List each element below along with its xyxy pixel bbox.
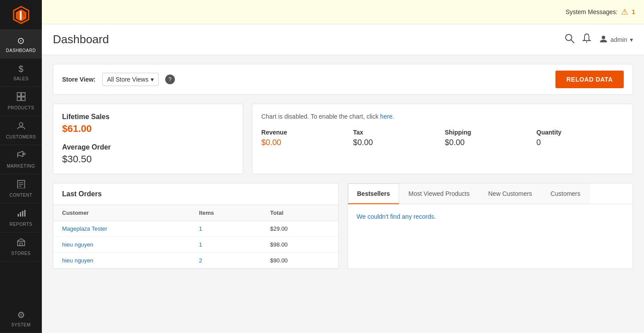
orders-col-items: Items: [190, 205, 261, 221]
average-order-label: Average Order: [62, 143, 234, 151]
reload-data-button[interactable]: Reload Data: [555, 71, 624, 88]
search-icon[interactable]: [565, 34, 574, 45]
metric-quantity-value: 0: [537, 138, 624, 147]
sidebar-item-customers[interactable]: CUSTOMERS: [0, 116, 42, 145]
content-area: Store View: All Store Views ▾ ? Reload D…: [42, 55, 644, 333]
sidebar-item-marketing[interactable]: MARKETING: [0, 145, 42, 174]
sidebar-item-products[interactable]: PRODUCTS: [0, 87, 42, 116]
svg-rect-18: [22, 211, 23, 217]
metric-revenue: Revenue $0.00: [261, 129, 348, 147]
items-link[interactable]: 1: [199, 225, 202, 232]
user-chevron-icon: ▾: [630, 36, 633, 43]
orders-table: Customer Items Total Mageplaza Tester 1 …: [53, 205, 338, 269]
marketing-icon: [17, 150, 26, 161]
chart-disabled-suffix: .: [392, 113, 394, 120]
metric-tax-label: Tax: [353, 129, 440, 136]
chart-disabled-message: Chart is disabled. To enable the chart, …: [261, 113, 624, 120]
tab-bestsellers[interactable]: Bestsellers: [348, 183, 400, 204]
svg-point-8: [19, 123, 23, 126]
sidebar-item-dashboard[interactable]: ⊙ DASHBOARD: [0, 30, 42, 59]
help-icon[interactable]: ?: [165, 75, 175, 84]
svg-rect-7: [22, 97, 25, 101]
metric-tax-value: $0.00: [353, 138, 440, 147]
order-total: $98.00: [261, 237, 338, 253]
metric-quantity: Quantity 0: [537, 129, 624, 147]
sidebar-item-system-label: SYSTEM: [11, 322, 30, 327]
sidebar-item-sales[interactable]: $ SALES: [0, 59, 42, 87]
svg-rect-17: [20, 212, 21, 217]
svg-rect-20: [18, 241, 25, 246]
tab-new-customers[interactable]: New Customers: [479, 183, 541, 204]
message-count[interactable]: 1: [632, 8, 635, 15]
orders-col-customer: Customer: [53, 205, 190, 221]
order-total: $29.00: [261, 221, 338, 237]
tab-customers[interactable]: Customers: [541, 183, 590, 204]
customers-icon: [17, 121, 26, 132]
order-items: 1: [190, 221, 261, 237]
svg-rect-6: [17, 97, 21, 101]
items-link[interactable]: 1: [199, 241, 202, 248]
main-content: System Messages: ⚠ 1 Dashboard admin ▾: [42, 0, 644, 333]
metric-tax: Tax $0.00: [353, 129, 440, 147]
customer-link[interactable]: hieu nguyen: [62, 241, 93, 248]
svg-rect-2: [20, 11, 22, 20]
items-link[interactable]: 2: [199, 257, 202, 264]
metric-shipping-value: $0.00: [445, 138, 532, 147]
content-icon: [17, 180, 26, 191]
system-messages-label: System Messages:: [566, 8, 618, 15]
sidebar-item-system[interactable]: ⚙ SYSTEM: [0, 304, 42, 333]
lifetime-sales-value: $61.00: [62, 123, 234, 135]
metric-quantity-label: Quantity: [537, 129, 624, 136]
order-customer: Mageplaza Tester: [53, 221, 190, 237]
customer-link[interactable]: hieu nguyen: [62, 257, 93, 264]
last-orders-section: Last Orders Customer Items Total Magepla…: [53, 183, 339, 269]
store-view-left: Store View: All Store Views ▾ ?: [62, 73, 175, 86]
store-view-select[interactable]: All Store Views ▾: [102, 73, 159, 86]
notifications-icon[interactable]: [582, 34, 591, 45]
chart-disabled-prefix: Chart is disabled. To enable the chart, …: [261, 113, 380, 120]
svg-rect-4: [17, 93, 21, 96]
sidebar-item-products-label: PRODUCTS: [7, 105, 34, 110]
header-actions: admin ▾: [565, 34, 633, 45]
sidebar-item-reports[interactable]: REPORTS: [0, 203, 42, 232]
store-view-chevron-icon: ▾: [151, 76, 154, 83]
order-customer: hieu nguyen: [53, 237, 190, 253]
tab-most-viewed[interactable]: Most Viewed Products: [399, 183, 479, 204]
sidebar-item-marketing-label: MARKETING: [7, 164, 35, 168]
tab-content-empty: We couldn't find any records.: [348, 204, 633, 229]
system-messages-banner: System Messages: ⚠ 1: [42, 0, 644, 24]
empty-message: We couldn't find any records.: [357, 213, 436, 220]
customer-link[interactable]: Mageplaza Tester: [62, 225, 107, 232]
table-row: Mageplaza Tester 1 $29.00: [53, 221, 338, 237]
sidebar-item-stores-label: STORES: [11, 251, 31, 256]
orders-col-total: Total: [261, 205, 338, 221]
sidebar: ⊙ DASHBOARD $ SALES PRODUCTS CUSTOMERS M…: [0, 0, 42, 333]
svg-point-25: [602, 36, 605, 39]
store-view-value: All Store Views: [107, 76, 148, 83]
last-orders-title: Last Orders: [53, 183, 338, 205]
dashboard-icon: ⊙: [17, 35, 25, 46]
order-items: 2: [190, 253, 261, 269]
sidebar-item-stores[interactable]: STORES: [0, 232, 42, 262]
metric-shipping: Shipping $0.00: [445, 129, 532, 147]
svg-marker-9: [18, 151, 23, 157]
user-label: admin: [611, 36, 627, 43]
page-header: Dashboard admin ▾: [42, 24, 644, 55]
tabs-panel: Bestsellers Most Viewed Products New Cus…: [348, 183, 633, 269]
svg-rect-19: [24, 210, 26, 217]
products-icon: [17, 92, 26, 103]
metric-shipping-label: Shipping: [445, 129, 532, 136]
stats-right-panel: Chart is disabled. To enable the chart, …: [252, 104, 633, 174]
table-row: hieu nguyen 2 $90.00: [53, 253, 338, 269]
sidebar-item-content[interactable]: CONTENT: [0, 174, 42, 203]
chart-enable-link[interactable]: here: [380, 113, 392, 120]
sidebar-item-dashboard-label: DASHBOARD: [6, 48, 36, 53]
system-icon: ⚙: [17, 310, 25, 320]
sidebar-item-sales-label: SALES: [13, 76, 29, 81]
stats-left-panel: Lifetime Sales $61.00 Average Order $30.…: [53, 104, 243, 174]
metrics-row: Revenue $0.00 Tax $0.00 Shipping $0.00 Q…: [261, 129, 624, 147]
order-total: $90.00: [261, 253, 338, 269]
user-menu[interactable]: admin ▾: [599, 34, 633, 45]
svg-rect-16: [18, 214, 19, 217]
stats-grid: Lifetime Sales $61.00 Average Order $30.…: [53, 104, 633, 174]
